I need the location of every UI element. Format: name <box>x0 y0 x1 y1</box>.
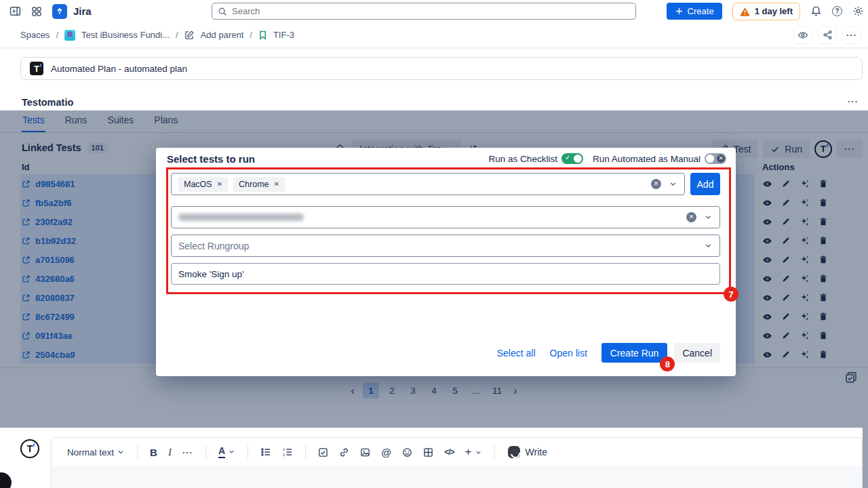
share-icon[interactable] <box>818 26 837 44</box>
watch-eye-icon[interactable] <box>793 26 812 44</box>
app-switcher-icon[interactable] <box>31 6 42 17</box>
run-automated-as-manual-label: Run Automated as Manual <box>593 154 701 164</box>
warning-icon <box>740 7 750 16</box>
edit-icon <box>184 30 195 40</box>
testomatio-floating-logo-icon[interactable]: T <box>20 439 39 458</box>
bullet-list-icon[interactable] <box>257 444 275 460</box>
modal-title: Select tests to run <box>167 153 255 165</box>
tag-chip[interactable]: MacOS✕ <box>178 177 228 192</box>
environment-select-field[interactable]: ✕ <box>171 206 720 228</box>
app-name: Jira <box>73 5 92 17</box>
svg-text:1: 1 <box>283 447 285 451</box>
italic-icon[interactable]: I <box>165 444 175 461</box>
trial-days-left-badge[interactable]: 1 day left <box>732 3 800 20</box>
remove-tag-icon[interactable]: ✕ <box>274 180 279 188</box>
code-block-icon[interactable]: </> <box>441 445 457 460</box>
insert-table-icon[interactable] <box>420 445 437 460</box>
jira-logo-icon[interactable] <box>52 4 67 19</box>
ai-write-button[interactable]: Write <box>508 446 547 458</box>
text-color-icon[interactable]: A <box>215 443 239 460</box>
create-button[interactable]: Create <box>667 3 722 20</box>
breadcrumb-spaces[interactable]: Spaces <box>20 30 50 40</box>
clipped-floating-logo <box>0 472 12 488</box>
testomatio-more-icon[interactable]: ··· <box>848 96 859 106</box>
more-actions-icon[interactable]: ··· <box>842 26 861 44</box>
chevron-down-icon <box>117 448 125 456</box>
open-list-link[interactable]: Open list <box>550 348 587 359</box>
global-search[interactable] <box>212 3 636 20</box>
rungroup-placeholder: Select Rungroup <box>178 241 249 251</box>
tag-chip[interactable]: Chrome✕ <box>233 177 285 192</box>
run-title-value: Smoke 'Sign up' <box>178 269 244 279</box>
annotation-step-7: 7 <box>724 287 738 302</box>
cancel-button[interactable]: Cancel <box>674 343 720 363</box>
search-icon <box>218 7 227 16</box>
ai-write-icon <box>508 446 520 458</box>
numbered-list-icon[interactable]: 12 <box>279 444 296 460</box>
plan-card-title: Automated Plan - automated plan <box>51 64 187 74</box>
breadcrumb-project[interactable]: Test iBusiness Fundi... <box>81 30 170 40</box>
chevron-down-icon[interactable] <box>704 241 713 250</box>
clear-field-icon[interactable]: ✕ <box>651 179 661 189</box>
run-as-checklist-label: Run as Checklist <box>489 154 557 164</box>
editor-content-area[interactable] <box>52 466 862 488</box>
select-all-link[interactable]: Select all <box>497 348 536 359</box>
search-input[interactable] <box>232 6 630 16</box>
chevron-down-icon <box>228 448 235 455</box>
comment-editor-section: T Normal text B I ··· A <box>0 428 868 488</box>
clear-field-icon[interactable]: ✕ <box>686 212 696 222</box>
rungroup-select-field[interactable]: Select Rungroup <box>171 235 720 257</box>
testomatio-logo-icon: T <box>30 62 43 75</box>
breadcrumb: Spaces / Test iBusiness Fundi... / Add p… <box>20 30 294 41</box>
insert-link-icon[interactable] <box>336 445 353 460</box>
tags-multiselect-field[interactable]: MacOS✕ Chrome✕ ✕ <box>171 173 685 195</box>
breadcrumb-add-parent[interactable]: Add parent <box>201 30 244 40</box>
sidebar-toggle-icon[interactable] <box>9 5 21 17</box>
annotation-step-8: 8 <box>660 357 675 371</box>
bookmark-icon <box>258 30 267 40</box>
task-checkbox-icon[interactable] <box>315 445 332 460</box>
bold-icon[interactable]: B <box>146 444 161 461</box>
run-automated-as-manual-toggle[interactable]: ✕ <box>705 153 726 164</box>
run-title-input[interactable]: Smoke 'Sign up' <box>171 263 720 285</box>
emoji-icon[interactable] <box>399 445 416 460</box>
scrollbar-track[interactable] <box>863 428 868 488</box>
text-style-dropdown[interactable]: Normal text <box>64 445 128 460</box>
mention-icon[interactable]: @ <box>378 444 395 461</box>
insert-more-plus-icon[interactable]: + <box>462 443 486 462</box>
svg-text:2: 2 <box>283 453 285 457</box>
automated-plan-card[interactable]: T Automated Plan - automated plan <box>20 57 863 80</box>
more-formatting-icon[interactable]: ··· <box>179 445 197 460</box>
add-tag-button[interactable]: Add <box>690 173 720 195</box>
chevron-down-icon <box>475 449 482 456</box>
testomatio-heading: Testomatio <box>22 97 73 108</box>
redacted-value <box>178 214 304 221</box>
select-tests-modal: Select tests to run Run as Checklist ✓ R… <box>156 148 736 376</box>
run-as-checklist-toggle[interactable]: ✓ <box>561 153 583 164</box>
insert-image-icon[interactable] <box>357 445 374 460</box>
settings-gear-icon[interactable] <box>852 5 864 17</box>
rich-text-editor[interactable]: Normal text B I ··· A 12 <box>51 437 863 488</box>
create-run-button[interactable]: Create Run 8 <box>601 343 668 363</box>
help-icon[interactable]: ? <box>832 6 842 16</box>
breadcrumb-bar: Spaces / Test iBusiness Fundi... / Add p… <box>0 22 868 48</box>
space-avatar-icon <box>64 30 75 41</box>
notifications-bell-icon[interactable] <box>810 5 822 17</box>
chevron-down-icon[interactable] <box>704 213 713 222</box>
editor-toolbar: Normal text B I ··· A 12 <box>52 438 862 466</box>
chevron-down-icon[interactable] <box>669 180 677 188</box>
remove-tag-icon[interactable]: ✕ <box>217 180 222 188</box>
top-navigation-bar: Jira Create 1 day left ? <box>0 0 868 22</box>
jira-page: Jira Create 1 day left ? <box>0 0 868 488</box>
breadcrumb-issue-key[interactable]: TIF-3 <box>273 30 294 40</box>
